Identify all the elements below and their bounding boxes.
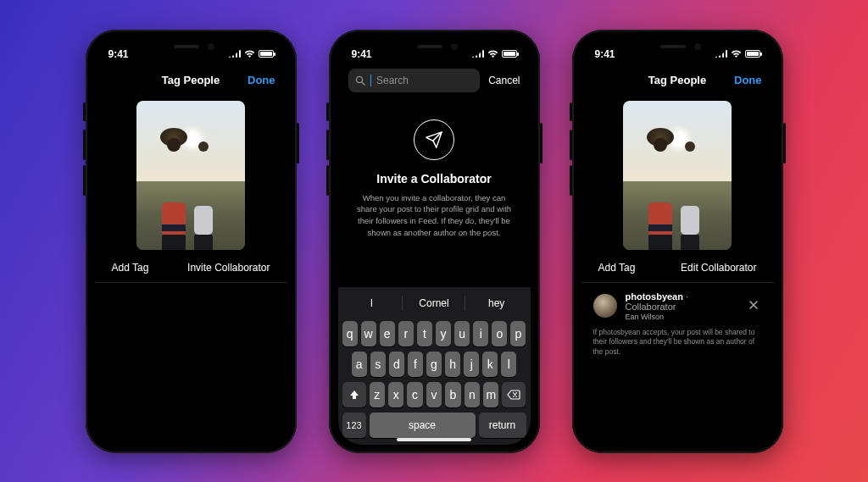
key-h[interactable]: h bbox=[445, 352, 460, 377]
key-123[interactable]: 123 bbox=[342, 413, 366, 438]
suggestion-bar: I Cornel hey bbox=[341, 291, 528, 316]
wifi-icon bbox=[487, 50, 498, 58]
key-a[interactable]: a bbox=[352, 352, 367, 377]
key-w[interactable]: w bbox=[361, 321, 376, 346]
phone-mockup-3: 9:41 Tag People Done Add Tag Edit Collab… bbox=[572, 30, 783, 453]
remove-collaborator-button[interactable] bbox=[745, 296, 762, 316]
key-shift[interactable] bbox=[342, 382, 366, 407]
suggestion-1[interactable]: I bbox=[341, 291, 403, 316]
key-f[interactable]: f bbox=[408, 352, 423, 377]
notch bbox=[142, 38, 240, 57]
key-g[interactable]: g bbox=[426, 352, 442, 377]
key-y[interactable]: y bbox=[436, 321, 451, 346]
key-x[interactable]: x bbox=[388, 382, 403, 407]
key-u[interactable]: u bbox=[454, 321, 470, 346]
collaborator-note: If photosbyean accepts, your post will b… bbox=[581, 324, 774, 358]
invite-title: Invite a Collaborator bbox=[376, 172, 491, 186]
key-r[interactable]: r bbox=[398, 321, 414, 346]
invite-description: When you invite a collaborator, they can… bbox=[357, 192, 512, 239]
post-photo[interactable] bbox=[136, 101, 245, 250]
key-b[interactable]: b bbox=[445, 382, 460, 407]
search-placeholder: Search bbox=[376, 75, 409, 86]
wifi-icon bbox=[244, 50, 255, 58]
key-t[interactable]: t bbox=[417, 321, 432, 346]
key-z[interactable]: z bbox=[370, 382, 385, 407]
invite-collaborator-button[interactable]: Invite Collaborator bbox=[187, 262, 270, 274]
close-icon bbox=[748, 300, 759, 310]
search-icon bbox=[355, 75, 365, 86]
key-q[interactable]: q bbox=[342, 321, 358, 346]
search-input[interactable]: Search bbox=[348, 69, 481, 92]
edit-collaborator-button[interactable]: Edit Collaborator bbox=[681, 262, 756, 274]
collaborator-row: photosbyean · Collaborator Ean Wilson bbox=[581, 283, 774, 324]
key-e[interactable]: e bbox=[380, 321, 395, 346]
suggestion-2[interactable]: Cornel bbox=[403, 291, 465, 316]
key-return[interactable]: return bbox=[479, 413, 526, 438]
key-d[interactable]: d bbox=[389, 352, 404, 377]
key-p[interactable]: p bbox=[510, 321, 526, 346]
status-time: 9:41 bbox=[108, 48, 129, 60]
key-v[interactable]: v bbox=[426, 382, 442, 407]
notch bbox=[385, 38, 483, 57]
status-time: 9:41 bbox=[352, 48, 372, 60]
key-s[interactable]: s bbox=[370, 352, 386, 377]
add-tag-button[interactable]: Add Tag bbox=[112, 262, 149, 274]
battery-icon bbox=[259, 50, 274, 58]
key-n[interactable]: n bbox=[465, 382, 480, 407]
key-c[interactable]: c bbox=[407, 382, 422, 407]
keyboard: I Cornel hey q w e r t y u i o p a s d f bbox=[338, 287, 531, 445]
phone-mockup-1: 9:41 Tag People Done Add Tag Invite Coll… bbox=[86, 30, 297, 453]
battery-icon bbox=[745, 50, 760, 58]
svg-line-1 bbox=[362, 82, 364, 85]
key-backspace[interactable] bbox=[502, 382, 526, 407]
notch bbox=[628, 38, 726, 57]
key-k[interactable]: k bbox=[482, 352, 498, 377]
collaborator-username[interactable]: photosbyean bbox=[626, 291, 683, 302]
phone-mockup-2: 9:41 Search Cancel Invite a Collaborator… bbox=[329, 30, 540, 453]
key-o[interactable]: o bbox=[492, 321, 507, 346]
wifi-icon bbox=[731, 50, 742, 58]
key-j[interactable]: j bbox=[464, 352, 479, 377]
post-photo[interactable] bbox=[623, 101, 732, 250]
avatar[interactable] bbox=[593, 294, 617, 318]
home-indicator[interactable] bbox=[397, 438, 471, 441]
battery-icon bbox=[502, 50, 517, 58]
key-m[interactable]: m bbox=[483, 382, 498, 407]
done-button[interactable]: Done bbox=[734, 74, 762, 86]
status-time: 9:41 bbox=[595, 48, 615, 60]
nav-bar: Tag People Done bbox=[581, 65, 774, 96]
text-cursor bbox=[370, 75, 372, 86]
key-l[interactable]: l bbox=[501, 352, 516, 377]
key-space[interactable]: space bbox=[370, 413, 476, 438]
nav-bar: Tag People Done bbox=[95, 65, 287, 96]
add-tag-button[interactable]: Add Tag bbox=[598, 262, 636, 274]
collaborator-role: Collaborator bbox=[626, 302, 676, 312]
cancel-button[interactable]: Cancel bbox=[488, 75, 520, 86]
key-i[interactable]: i bbox=[473, 321, 488, 346]
collaborator-fullname: Ean Wilson bbox=[626, 313, 737, 321]
suggestion-3[interactable]: hey bbox=[465, 291, 528, 316]
done-button[interactable]: Done bbox=[248, 74, 275, 86]
send-icon bbox=[414, 119, 454, 160]
